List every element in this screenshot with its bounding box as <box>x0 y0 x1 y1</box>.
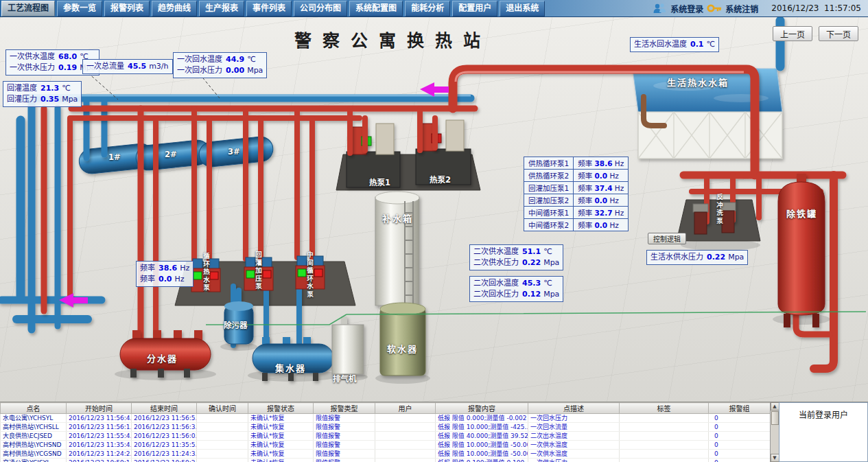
alarm-col-header[interactable]: 点描述 <box>528 403 620 414</box>
alarm-col-header[interactable]: 报警组 <box>709 403 771 414</box>
scroll-thumb[interactable] <box>771 411 779 425</box>
pump-status-light <box>314 269 322 277</box>
alarm-row[interactable]: 高村供热站\YCHSLL2016/12/23 11:56:1...2016/12… <box>1 423 771 432</box>
secondary-return-gauge: 二次回水温度45.3℃二次回水压力0.12Mpa <box>469 276 563 302</box>
process-flow-diagram: 警察公寓换热站 上一页 下一页 供热循环泵1频率 38.6 Hz供热循环泵2频率… <box>0 17 868 402</box>
topbar-right: 系统登录 系统注销 2016/12/23 11:57:05 <box>652 3 868 14</box>
pump-status-light <box>263 270 271 278</box>
tab-11[interactable]: 退出系统 <box>500 1 545 16</box>
secondary-supply-gauge: 二次供水温度51.1℃二次供水压力0.22Mpa <box>469 244 563 270</box>
key-icon <box>707 3 722 13</box>
pump-freq-row: 供热循环泵1频率 38.6 Hz <box>524 157 629 170</box>
domestic-supply-pressure-gauge: 生活水供水压力0.22Mpa <box>646 250 748 265</box>
plant-3d-view <box>0 17 868 402</box>
makeup-tank <box>375 192 419 305</box>
circulating-pump-label: 循环热水泵 <box>201 253 211 292</box>
tab-1[interactable]: 工艺流程图 <box>1 1 55 16</box>
datetime-display: 2016/12/23 11:57:05 <box>771 3 861 13</box>
tab-6[interactable]: 事件列表 <box>246 1 292 16</box>
iron-removal-tank-label: 除铁罐 <box>786 207 817 220</box>
exchanger1-label: 1# <box>108 152 121 162</box>
primary-return-gauge: 一次回水温度44.9℃一次回水压力0.00Mpa <box>173 52 267 78</box>
top-navigation-bar: 工艺流程图参数一览报警列表趋势曲线生产报表事件列表公司分布图系统配置图能耗分析配… <box>0 0 868 17</box>
freq-left-gauge: 频率38.6Hz频率0.0Hz <box>136 261 193 287</box>
exchanger2-label: 2# <box>165 150 177 159</box>
control-logic-button[interactable]: 控制逻辑 <box>648 233 686 244</box>
tab-3[interactable]: 报警列表 <box>104 1 150 16</box>
current-user-title: 当前登录用户 <box>779 403 867 420</box>
alarm-row[interactable]: 交通公寓\YCJSYL2016/12/23 10:59:1...2016/12/… <box>1 459 771 462</box>
alarm-col-header[interactable]: 点名 <box>1 403 67 414</box>
middle-circulating-pump-label: 中间循环水泵 <box>305 251 314 299</box>
alarm-scrollbar[interactable]: ▲ ▼ <box>770 402 779 462</box>
exhaust-unit <box>332 316 364 374</box>
prev-page-button[interactable]: 上一页 <box>773 26 812 41</box>
current-user-panel: 当前登录用户 <box>779 402 868 462</box>
scada-app: 工艺流程图参数一览报警列表趋势曲线生产报表事件列表公司分布图系统配置图能耗分析配… <box>0 0 868 462</box>
tab-9[interactable]: 能耗分析 <box>405 1 450 16</box>
alarm-table: 点名开始时间结束时间确认时间报警状态报警类型用户报警内容点描述标签报警组水电公寓… <box>0 402 770 462</box>
pump-freq-row: 回灌加压泵1频率 37.4 Hz <box>524 182 629 194</box>
alarm-col-header[interactable]: 结束时间 <box>132 403 197 414</box>
scroll-up-button[interactable]: ▲ <box>771 402 779 411</box>
alarm-row[interactable]: 高村供热站\YCHSND2016/12/23 11:35:4...2016/12… <box>1 441 771 450</box>
pump-freq-row: 回灌加压泵2频率 0.0 Hz <box>524 194 629 207</box>
pump-freq-row: 中间循环泵1频率 32.7 Hz <box>524 207 629 219</box>
scroll-down-button[interactable]: ▼ <box>771 454 779 462</box>
iron-removal-tank <box>778 174 825 327</box>
tab-8[interactable]: 系统配置图 <box>349 1 403 16</box>
system-logout-button[interactable]: 系统注销 <box>725 3 758 14</box>
alarm-col-header[interactable]: 开始时间 <box>67 403 132 414</box>
recharge-gauge: 回灌温度21.3℃回灌压力0.35Mpa <box>3 81 82 107</box>
alarm-list-panel: 点名开始时间结束时间确认时间报警状态报警类型用户报警内容点描述标签报警组水电公寓… <box>0 402 868 462</box>
tab-5[interactable]: 生产报表 <box>199 1 244 16</box>
alarm-col-header[interactable]: 用户 <box>375 403 436 414</box>
tab-4[interactable]: 趋势曲线 <box>152 1 197 16</box>
tab-2[interactable]: 参数一览 <box>57 1 102 16</box>
users-icon <box>652 3 667 14</box>
signal-line <box>206 312 866 325</box>
nav-tabs: 工艺流程图参数一览报警列表趋势曲线生产报表事件列表公司分布图系统配置图能耗分析配… <box>0 0 546 16</box>
alarm-row[interactable]: 大良供热\ECJSED2016/12/23 11:55:4...2016/12/… <box>1 432 771 441</box>
alarm-row[interactable]: 水电公寓\YCHSYL2016/12/23 11:56:4...2016/12/… <box>1 414 771 423</box>
backwash-pump-label: 反冲洗泵 <box>714 194 724 225</box>
pump-freq-row: 供热循环泵2频率 0.0 Hz <box>524 170 629 182</box>
alarm-col-header[interactable]: 报警内容 <box>436 403 528 414</box>
pump-status-light <box>210 272 218 279</box>
system-login-button[interactable]: 系统登录 <box>670 3 703 14</box>
water-divider-label: 分水器 <box>147 351 178 365</box>
alarm-col-header[interactable]: 报警类型 <box>314 403 375 414</box>
pump-freq-row: 中间循环泵2频率 0.0 Hz <box>524 219 629 231</box>
recharge-pump-label: 回灌加压泵 <box>253 251 263 291</box>
exhaust-fan-label: 排气机 <box>333 373 357 384</box>
alarm-table-wrap: 点名开始时间结束时间确认时间报警状态报警类型用户报警内容点描述标签报警组水电公寓… <box>0 402 770 462</box>
tab-7[interactable]: 公司分布图 <box>294 1 347 16</box>
alarm-col-header[interactable]: 标签 <box>620 403 709 414</box>
page-buttons: 上一页 下一页 <box>773 26 858 41</box>
alarm-col-header[interactable]: 报警状态 <box>248 403 314 414</box>
flow-arrow <box>59 293 88 308</box>
alarm-col-header[interactable]: 确认时间 <box>197 403 248 414</box>
dirt-remover-label: 除污器 <box>224 319 248 330</box>
alarm-row[interactable]: 高村供热站\YCGSND2016/12/23 11:24:2...2016/12… <box>1 450 771 459</box>
domestic-hot-water-tank-label: 生活热水水箱 <box>667 76 729 89</box>
domestic-return-gauge: 生活水回水温度0.1℃ <box>630 37 719 52</box>
water-collector-label: 集水器 <box>275 361 306 374</box>
tab-10[interactable]: 配置用户 <box>452 1 497 16</box>
water-softener-label: 软水器 <box>387 342 418 355</box>
heat-pump1-label: 热泵1 <box>369 176 390 187</box>
makeup-tank-label: 补水箱 <box>382 211 413 224</box>
next-page-button[interactable]: 下一页 <box>819 26 858 41</box>
exchanger3-label: 3# <box>228 147 240 157</box>
primary-flow-gauge: 一次总流量45.5m3/h <box>82 59 173 74</box>
heat-pump2-label: 热泵2 <box>430 174 451 185</box>
pump-frequency-table: 供热循环泵1频率 38.6 Hz供热循环泵2频率 0.0 Hz回灌加压泵1频率 … <box>524 157 629 231</box>
